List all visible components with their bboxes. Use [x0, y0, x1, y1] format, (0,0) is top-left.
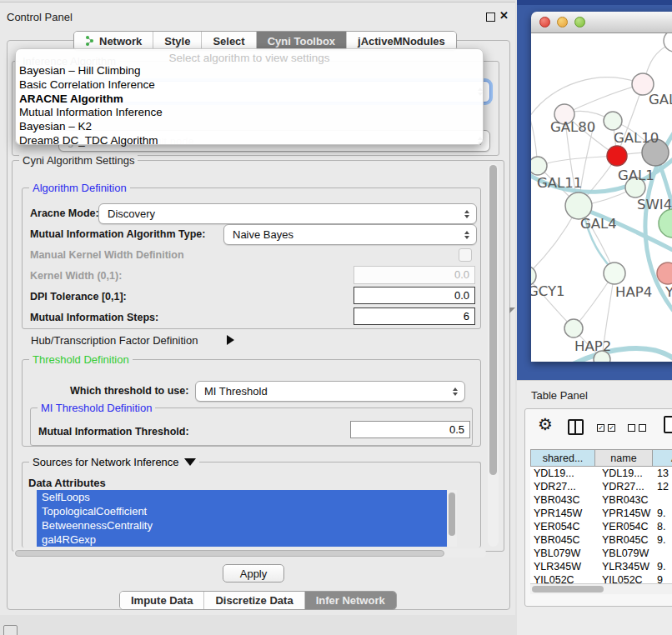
table-row[interactable]: YBR045C YBR045C 9.: [530, 533, 672, 547]
mi-threshold-field[interactable]: 0.5: [350, 421, 470, 438]
mi-threshold-definition-title: MI Threshold Definition: [38, 402, 155, 414]
splitter-collapse-icon[interactable]: [509, 308, 515, 313]
node-label: GAL10: [614, 130, 659, 146]
column-header-name[interactable]: name: [595, 449, 653, 467]
network-window: GAL GAL80 GAL10 GAL1 GAL11 SWI4 GAL4 GCY…: [531, 12, 672, 362]
scrollbar-thumb[interactable]: [449, 492, 455, 536]
node-label: GAL80: [550, 119, 595, 135]
list-item[interactable]: BetweennessCentrality: [37, 518, 457, 532]
table-row[interactable]: YDL19... YDL19... 13: [530, 467, 672, 480]
aracne-mode-combo[interactable]: Discovery: [98, 203, 477, 224]
hide-columns-icon[interactable]: [639, 424, 646, 432]
mi-steps-label: Mutual Information Steps:: [30, 312, 158, 323]
node-hap4[interactable]: [604, 262, 625, 284]
mi-threshold-label: Mutual Information Threshold:: [38, 426, 189, 438]
column-header-shared-name[interactable]: shared...: [530, 449, 595, 467]
show-checked-columns-icon[interactable]: ✓: [597, 424, 604, 432]
settings-horizontal-scrollbar[interactable]: [13, 548, 486, 558]
algorithm-definition-title: Algorithm Definition: [29, 182, 130, 194]
table-panel: Table Panel ⚙ ✓ ✓ shared... name A YDL19…: [517, 380, 672, 635]
hub-definition-label[interactable]: Hub/Transcription Factor Definition: [31, 334, 198, 347]
mi-algorithm-type-value: Naive Bayes: [224, 228, 293, 241]
tab-cyni-toolbox[interactable]: Cyni Toolbox: [256, 32, 346, 50]
table-row[interactable]: YDR27... YDR27... 12: [530, 480, 672, 493]
popup-item[interactable]: Bayesian – Hill Climbing: [16, 64, 483, 78]
table-row[interactable]: YIL052C YIL052C 9: [530, 573, 672, 583]
scrollbar-thumb[interactable]: [15, 550, 444, 557]
node-gal11[interactable]: [531, 157, 547, 175]
which-threshold-value: MI Threshold: [196, 385, 268, 398]
node-unnamed[interactable]: [664, 33, 672, 52]
popup-item[interactable]: Mutual Information Inference: [16, 106, 483, 120]
table-row[interactable]: YLR345W YLR345W 9.: [530, 560, 672, 573]
list-item[interactable]: TopologicalCoefficient: [37, 504, 457, 518]
panel-title: Control Panel: [7, 11, 73, 23]
node-gal10[interactable]: [604, 112, 622, 130]
combo-spinner-icon: [464, 231, 469, 239]
tab-jactivemnodules[interactable]: jActiveMNodules: [346, 32, 456, 50]
table-panel-title: Table Panel: [531, 389, 588, 402]
show-checked-columns-icon[interactable]: ✓: [608, 424, 615, 432]
sources-group-title[interactable]: Sources for Network Inference: [29, 456, 199, 468]
list-item[interactable]: gal4RGexp: [37, 532, 457, 547]
popup-item[interactable]: Dream8 DC_TDC Algorithm: [16, 134, 483, 148]
kernel-width-field[interactable]: 0.0: [354, 266, 475, 284]
tab-select[interactable]: Select: [201, 32, 255, 50]
scrollbar-thumb[interactable]: [489, 165, 497, 475]
expand-right-icon[interactable]: [227, 335, 234, 345]
algorithm-dropdown-popup: Select algorithm to view settings Bayesi…: [15, 48, 484, 145]
table-row[interactable]: YBL079W YBL079W: [530, 547, 672, 560]
scrollbar-thumb[interactable]: [532, 586, 604, 592]
settings-vertical-scrollbar[interactable]: [488, 163, 499, 547]
list-vertical-scrollbar[interactable]: [447, 490, 457, 547]
tab-network-label: Network: [99, 35, 142, 48]
list-item[interactable]: SelfLoops: [37, 490, 457, 504]
node-gal1[interactable]: [607, 146, 627, 166]
close-icon[interactable]: ✕: [499, 9, 509, 22]
node-bright-green[interactable]: [659, 209, 672, 238]
popup-item[interactable]: ARACNE Algorithm: [16, 92, 483, 107]
gear-icon[interactable]: ⚙: [538, 416, 553, 432]
zoom-window-icon[interactable]: [574, 17, 585, 28]
column-browser-icon[interactable]: [568, 419, 584, 435]
manual-kernel-width-checkbox[interactable]: [459, 248, 472, 262]
tab-impute-data[interactable]: Impute Data: [120, 592, 203, 609]
aracne-mode-label: Aracne Mode:: [30, 208, 99, 219]
combo-spinner-icon: [464, 210, 469, 218]
node-label: GAL11: [537, 175, 582, 191]
float-window-icon[interactable]: [486, 12, 495, 22]
hide-columns-icon[interactable]: [628, 424, 635, 432]
mi-steps-field[interactable]: 6: [354, 308, 475, 325]
tab-infer-network[interactable]: Infer Network: [304, 592, 396, 609]
network-icon: [85, 36, 95, 46]
column-divider: [574, 421, 576, 433]
tab-network[interactable]: Network: [74, 32, 153, 50]
table-row[interactable]: YPR145W YPR145W 9.: [530, 507, 672, 520]
data-attributes-list[interactable]: SelfLoops TopologicalCoefficient Between…: [37, 490, 457, 547]
close-window-icon[interactable]: [539, 17, 550, 28]
network-canvas[interactable]: GAL GAL80 GAL10 GAL1 GAL11 SWI4 GAL4 GCY…: [531, 33, 672, 362]
node-hap2[interactable]: [564, 319, 583, 338]
mi-algorithm-type-combo[interactable]: Naive Bayes: [223, 224, 477, 245]
tab-style[interactable]: Style: [153, 32, 201, 50]
apply-button[interactable]: Apply: [223, 564, 284, 582]
table-horizontal-scrollbar[interactable]: [530, 583, 672, 594]
popup-item[interactable]: Bayesian – K2: [16, 120, 483, 134]
table-row[interactable]: YBR043C YBR043C: [530, 493, 672, 507]
aracne-mode-value: Discovery: [99, 208, 155, 220]
dpi-tolerance-field[interactable]: 0.0: [354, 287, 475, 304]
which-threshold-combo[interactable]: MI Threshold: [195, 381, 465, 402]
popup-item[interactable]: Basic Correlation Inference: [16, 78, 483, 92]
tab-discretize-data[interactable]: Discretize Data: [203, 592, 303, 609]
network-window-titlebar[interactable]: [531, 12, 672, 33]
new-table-icon[interactable]: [664, 416, 672, 433]
node-salmon[interactable]: [657, 262, 672, 284]
minimize-window-icon[interactable]: [557, 17, 568, 28]
threshold-definition-title: Threshold Definition: [29, 353, 133, 366]
node-label: GAL4: [580, 216, 617, 232]
node-label: HAP2: [574, 338, 611, 354]
docked-panel-icon[interactable]: [3, 625, 18, 635]
column-header-partial[interactable]: A: [653, 449, 672, 467]
table-row[interactable]: YER054C YER054C 8.: [530, 520, 672, 533]
control-panel: Control Panel ✕ Network Style Select: [0, 2, 515, 615]
